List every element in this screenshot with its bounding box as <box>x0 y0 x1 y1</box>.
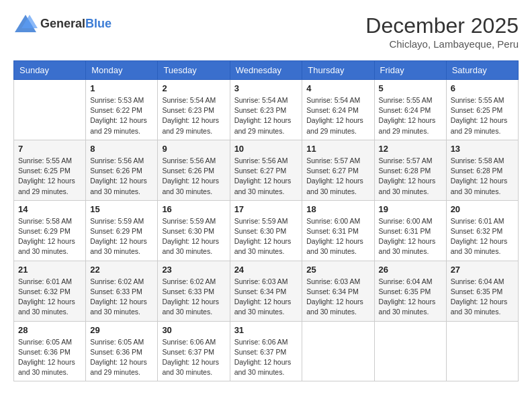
day-info: Sunrise: 5:54 AM Sunset: 6:24 PM Dayligh… <box>306 95 369 136</box>
day-info: Sunrise: 5:58 AM Sunset: 6:28 PM Dayligh… <box>451 156 514 197</box>
calendar-cell: 26Sunrise: 6:04 AM Sunset: 6:35 PM Dayli… <box>374 261 446 321</box>
day-info: Sunrise: 5:55 AM Sunset: 6:24 PM Dayligh… <box>379 95 442 136</box>
day-number: 18 <box>306 204 369 214</box>
day-number: 11 <box>306 144 369 154</box>
calendar-cell <box>446 321 518 381</box>
calendar-cell: 16Sunrise: 5:59 AM Sunset: 6:30 PM Dayli… <box>158 200 230 261</box>
calendar-cell: 29Sunrise: 6:05 AM Sunset: 6:36 PM Dayli… <box>86 321 158 381</box>
weekday-header: Friday <box>374 61 446 80</box>
logo-general: General <box>40 17 85 30</box>
day-info: Sunrise: 6:05 AM Sunset: 6:36 PM Dayligh… <box>90 337 153 378</box>
day-info: Sunrise: 5:56 AM Sunset: 6:26 PM Dayligh… <box>162 156 225 197</box>
calendar-cell: 9Sunrise: 5:56 AM Sunset: 6:26 PM Daylig… <box>158 140 230 200</box>
day-number: 12 <box>379 144 442 154</box>
title-block: December 2025 Chiclayo, Lambayeque, Peru <box>365 13 519 50</box>
day-info: Sunrise: 6:05 AM Sunset: 6:36 PM Dayligh… <box>18 337 81 378</box>
day-number: 21 <box>18 265 81 275</box>
day-info: Sunrise: 5:57 AM Sunset: 6:27 PM Dayligh… <box>306 156 369 197</box>
logo: GeneralBlue <box>13 13 112 34</box>
day-number: 16 <box>162 204 225 214</box>
calendar-cell: 3Sunrise: 5:54 AM Sunset: 6:23 PM Daylig… <box>230 80 302 140</box>
page-header: GeneralBlue December 2025 Chiclayo, Lamb… <box>13 13 519 50</box>
calendar-cell: 11Sunrise: 5:57 AM Sunset: 6:27 PM Dayli… <box>302 140 374 200</box>
day-info: Sunrise: 5:59 AM Sunset: 6:29 PM Dayligh… <box>90 216 153 257</box>
day-number: 25 <box>306 265 369 275</box>
calendar-cell: 18Sunrise: 6:00 AM Sunset: 6:31 PM Dayli… <box>302 200 374 261</box>
weekday-header: Wednesday <box>230 61 302 80</box>
weekday-header: Sunday <box>14 61 86 80</box>
day-number: 17 <box>234 204 298 214</box>
day-number: 26 <box>379 265 442 275</box>
day-info: Sunrise: 5:57 AM Sunset: 6:28 PM Dayligh… <box>379 156 442 197</box>
calendar-cell: 12Sunrise: 5:57 AM Sunset: 6:28 PM Dayli… <box>374 140 446 200</box>
calendar-week-row: 1Sunrise: 5:53 AM Sunset: 6:22 PM Daylig… <box>14 80 519 140</box>
day-number: 3 <box>234 83 298 93</box>
day-info: Sunrise: 6:04 AM Sunset: 6:35 PM Dayligh… <box>379 277 442 318</box>
day-number: 7 <box>18 144 81 154</box>
day-number: 8 <box>90 144 153 154</box>
location-title: Chiclayo, Lambayeque, Peru <box>365 38 519 50</box>
calendar-header-row: SundayMondayTuesdayWednesdayThursdayFrid… <box>14 61 519 80</box>
calendar-cell: 31Sunrise: 6:06 AM Sunset: 6:37 PM Dayli… <box>230 321 302 381</box>
day-info: Sunrise: 5:59 AM Sunset: 6:30 PM Dayligh… <box>162 216 225 257</box>
day-info: Sunrise: 5:56 AM Sunset: 6:26 PM Dayligh… <box>90 156 153 197</box>
day-number: 15 <box>90 204 153 214</box>
day-number: 19 <box>379 204 442 214</box>
calendar-cell: 28Sunrise: 6:05 AM Sunset: 6:36 PM Dayli… <box>14 321 86 381</box>
calendar-cell: 7Sunrise: 5:55 AM Sunset: 6:25 PM Daylig… <box>14 140 86 200</box>
weekday-header: Saturday <box>446 61 518 80</box>
day-number: 2 <box>162 83 225 93</box>
day-number: 6 <box>451 83 514 93</box>
calendar-cell <box>14 80 86 140</box>
logo-blue: Blue <box>85 17 112 30</box>
day-number: 27 <box>451 265 514 275</box>
calendar-cell: 5Sunrise: 5:55 AM Sunset: 6:24 PM Daylig… <box>374 80 446 140</box>
calendar-cell: 8Sunrise: 5:56 AM Sunset: 6:26 PM Daylig… <box>86 140 158 200</box>
day-number: 1 <box>90 83 153 93</box>
day-info: Sunrise: 5:54 AM Sunset: 6:23 PM Dayligh… <box>162 95 225 136</box>
day-info: Sunrise: 6:06 AM Sunset: 6:37 PM Dayligh… <box>162 337 225 378</box>
day-number: 24 <box>234 265 298 275</box>
day-number: 22 <box>90 265 153 275</box>
day-number: 30 <box>162 325 225 335</box>
day-info: Sunrise: 6:06 AM Sunset: 6:37 PM Dayligh… <box>234 337 298 378</box>
day-info: Sunrise: 6:01 AM Sunset: 6:32 PM Dayligh… <box>451 216 514 257</box>
calendar-week-row: 14Sunrise: 5:58 AM Sunset: 6:29 PM Dayli… <box>14 200 519 261</box>
day-info: Sunrise: 6:02 AM Sunset: 6:33 PM Dayligh… <box>162 277 225 318</box>
day-number: 29 <box>90 325 153 335</box>
day-number: 5 <box>379 83 442 93</box>
day-info: Sunrise: 5:59 AM Sunset: 6:30 PM Dayligh… <box>234 216 298 257</box>
calendar-cell: 14Sunrise: 5:58 AM Sunset: 6:29 PM Dayli… <box>14 200 86 261</box>
calendar-cell: 21Sunrise: 6:01 AM Sunset: 6:32 PM Dayli… <box>14 261 86 321</box>
weekday-header: Tuesday <box>158 61 230 80</box>
calendar-cell: 20Sunrise: 6:01 AM Sunset: 6:32 PM Dayli… <box>446 200 518 261</box>
calendar-week-row: 28Sunrise: 6:05 AM Sunset: 6:36 PM Dayli… <box>14 321 519 381</box>
calendar-cell: 1Sunrise: 5:53 AM Sunset: 6:22 PM Daylig… <box>86 80 158 140</box>
calendar-week-row: 21Sunrise: 6:01 AM Sunset: 6:32 PM Dayli… <box>14 261 519 321</box>
day-info: Sunrise: 5:58 AM Sunset: 6:29 PM Dayligh… <box>18 216 81 257</box>
logo-icon <box>13 13 38 34</box>
calendar-cell: 23Sunrise: 6:02 AM Sunset: 6:33 PM Dayli… <box>158 261 230 321</box>
calendar-cell: 25Sunrise: 6:03 AM Sunset: 6:34 PM Dayli… <box>302 261 374 321</box>
calendar-table: SundayMondayTuesdayWednesdayThursdayFrid… <box>13 60 519 381</box>
calendar-cell: 4Sunrise: 5:54 AM Sunset: 6:24 PM Daylig… <box>302 80 374 140</box>
calendar-cell: 13Sunrise: 5:58 AM Sunset: 6:28 PM Dayli… <box>446 140 518 200</box>
day-info: Sunrise: 6:00 AM Sunset: 6:31 PM Dayligh… <box>379 216 442 257</box>
calendar-cell <box>374 321 446 381</box>
month-title: December 2025 <box>365 13 519 38</box>
calendar-cell: 24Sunrise: 6:03 AM Sunset: 6:34 PM Dayli… <box>230 261 302 321</box>
calendar-week-row: 7Sunrise: 5:55 AM Sunset: 6:25 PM Daylig… <box>14 140 519 200</box>
day-info: Sunrise: 6:00 AM Sunset: 6:31 PM Dayligh… <box>306 216 369 257</box>
day-number: 9 <box>162 144 225 154</box>
day-number: 20 <box>451 204 514 214</box>
day-info: Sunrise: 6:03 AM Sunset: 6:34 PM Dayligh… <box>234 277 298 318</box>
day-info: Sunrise: 5:53 AM Sunset: 6:22 PM Dayligh… <box>90 95 153 136</box>
calendar-cell <box>302 321 374 381</box>
day-info: Sunrise: 6:04 AM Sunset: 6:35 PM Dayligh… <box>451 277 514 318</box>
day-number: 4 <box>306 83 369 93</box>
calendar-cell: 27Sunrise: 6:04 AM Sunset: 6:35 PM Dayli… <box>446 261 518 321</box>
calendar-cell: 22Sunrise: 6:02 AM Sunset: 6:33 PM Dayli… <box>86 261 158 321</box>
day-number: 10 <box>234 144 298 154</box>
day-info: Sunrise: 6:03 AM Sunset: 6:34 PM Dayligh… <box>306 277 369 318</box>
calendar-cell: 6Sunrise: 5:55 AM Sunset: 6:25 PM Daylig… <box>446 80 518 140</box>
